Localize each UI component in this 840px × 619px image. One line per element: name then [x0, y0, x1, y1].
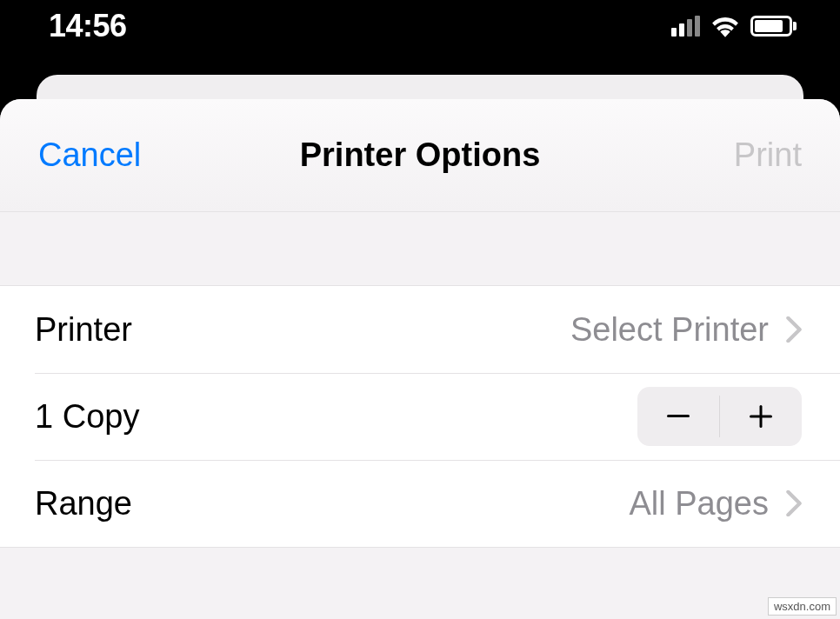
chevron-right-icon — [786, 490, 802, 516]
range-row[interactable]: Range All Pages — [0, 460, 840, 547]
increment-button[interactable] — [720, 387, 802, 446]
range-value: All Pages — [629, 485, 769, 522]
chevron-right-icon — [786, 316, 802, 343]
status-bar: 14:56 — [0, 0, 840, 70]
decrement-button[interactable] — [637, 387, 719, 446]
page-title: Printer Options — [300, 136, 541, 174]
printer-value: Select Printer — [570, 311, 769, 349]
copies-row: 1 Copy — [0, 373, 840, 460]
printer-row[interactable]: Printer Select Printer — [0, 286, 840, 373]
plus-icon — [750, 405, 772, 428]
range-label: Range — [35, 485, 132, 522]
cancel-button[interactable]: Cancel — [38, 136, 141, 174]
nav-bar: Cancel Printer Options Print — [0, 99, 840, 212]
svg-rect-2 — [750, 416, 772, 418]
content-area: Printer Select Printer 1 Copy — [0, 212, 840, 548]
copies-stepper — [637, 387, 802, 446]
copies-label: 1 Copy — [35, 398, 139, 436]
cellular-signal-icon — [671, 16, 700, 37]
printer-options-sheet: Cancel Printer Options Print Printer Sel… — [0, 99, 840, 619]
options-list: Printer Select Printer 1 Copy — [0, 285, 840, 548]
status-icons — [671, 15, 797, 37]
battery-icon — [750, 16, 797, 37]
svg-rect-0 — [667, 415, 690, 417]
watermark: wsxdn.com — [768, 597, 837, 616]
minus-icon — [667, 415, 690, 418]
printer-label: Printer — [35, 311, 132, 349]
print-button: Print — [734, 136, 802, 174]
wifi-icon — [710, 15, 740, 37]
status-time: 14:56 — [49, 8, 127, 44]
